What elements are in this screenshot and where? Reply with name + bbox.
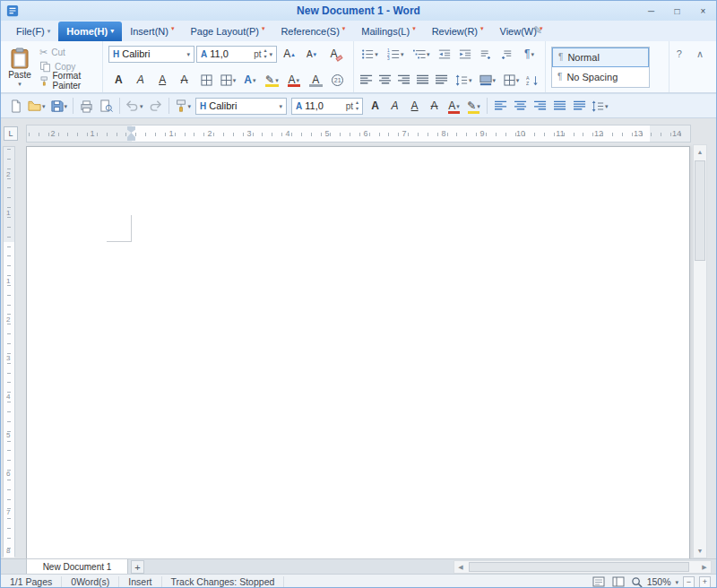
format-painter-button[interactable]: Format Painter — [39, 74, 100, 88]
decrease-indent-button[interactable] — [436, 45, 454, 63]
quick-line-spacing-button[interactable]: ▾ — [590, 96, 610, 116]
help-icon[interactable]: ? — [677, 48, 682, 92]
character-border-button[interactable] — [196, 71, 216, 89]
vertical-scrollbar[interactable]: ▲ ▼ — [693, 144, 707, 558]
print-preview-button[interactable] — [97, 96, 116, 116]
web-layout-view-button[interactable] — [611, 575, 626, 588]
print-button[interactable] — [77, 96, 96, 116]
redo-button[interactable] — [146, 96, 165, 116]
menu-tab-home[interactable]: Home(H)▾ — [58, 22, 122, 41]
sort-button[interactable] — [524, 71, 541, 89]
quick-align-center-button[interactable] — [511, 96, 530, 116]
save-button[interactable]: ▾ — [48, 96, 70, 116]
horizontal-scroll-track[interactable] — [467, 561, 698, 573]
strikethrough-button[interactable]: A — [174, 71, 194, 89]
left-indent-marker[interactable] — [127, 137, 135, 141]
font-family-combo[interactable]: H Calibri ▾ — [108, 46, 194, 63]
collapse-ribbon-icon[interactable]: ∧ — [696, 48, 704, 92]
align-center-button[interactable] — [376, 71, 393, 89]
style-normal[interactable]: ¶Normal — [552, 48, 649, 67]
menu-tab-page-layout[interactable]: Page Layout(P)▾ — [182, 21, 272, 41]
new-tab-button[interactable]: + — [131, 560, 144, 574]
menu-tab-reference[interactable]: Reference(S)▾ — [272, 21, 353, 41]
quick-highlight-button[interactable]: ✎▾ — [464, 96, 483, 116]
cut-button[interactable]: ✂Cut — [39, 46, 100, 60]
character-shading-button[interactable]: A — [306, 71, 325, 89]
zoom-level[interactable]: 150% — [647, 576, 671, 587]
vertical-ruler[interactable]: 2 1 1 2 3 4 5 6 7 8 — [3, 146, 15, 557]
quick-bold-button[interactable]: A — [366, 96, 384, 116]
distribute-button[interactable] — [434, 71, 451, 89]
zoom-out-button[interactable]: − — [683, 576, 695, 588]
justify-button[interactable] — [415, 71, 432, 89]
document-page[interactable] — [26, 146, 690, 558]
text-effects-button[interactable]: A▾ — [240, 71, 260, 89]
menu-tab-insert[interactable]: Insert(N)▾ — [122, 21, 182, 41]
horizontal-scroll-thumb[interactable] — [469, 562, 689, 572]
status-word-count[interactable]: 0Word(s) — [62, 576, 119, 588]
italic-button[interactable]: A — [130, 71, 150, 89]
quick-justify-button[interactable] — [550, 96, 569, 116]
character-grid-button[interactable]: ▾ — [218, 71, 238, 89]
new-document-button[interactable] — [6, 96, 25, 116]
font-size-stepper[interactable]: ▴▾ — [263, 48, 266, 60]
close-button[interactable]: × — [690, 1, 716, 21]
minimize-button[interactable]: ─ — [638, 1, 664, 21]
font-size-combo[interactable]: A 11,0 pt ▴▾ ▾ — [196, 46, 277, 63]
scroll-down-button[interactable]: ▼ — [694, 544, 706, 558]
chevron-down-icon[interactable]: ▾ — [675, 579, 678, 585]
borders-button[interactable]: ▾ — [500, 71, 523, 89]
status-pages[interactable]: 1/1 Pages — [1, 576, 62, 588]
left-to-right-button[interactable] — [476, 45, 495, 63]
document-tab[interactable]: New Document 1 — [26, 559, 128, 575]
bold-button[interactable]: A — [108, 71, 128, 89]
align-right-button[interactable] — [395, 71, 412, 89]
menu-tab-file[interactable]: File(F)▾ — [8, 21, 58, 41]
paste-button[interactable]: Paste ▾ — [3, 43, 37, 91]
quick-font-size-stepper[interactable]: ▴▾ — [356, 99, 358, 112]
grow-font-button[interactable]: A▴ — [279, 45, 299, 63]
scroll-up-button[interactable]: ▲ — [694, 145, 706, 159]
zoom-in-button[interactable]: + — [699, 576, 711, 588]
quick-align-left-button[interactable] — [491, 96, 510, 116]
status-track-changes[interactable]: Track Changes: Stopped — [162, 576, 285, 588]
shrink-font-button[interactable]: A▾ — [301, 45, 322, 63]
highlight-color-button[interactable]: ✎▾ — [262, 71, 281, 89]
quick-distribute-button[interactable] — [570, 96, 589, 116]
multilevel-list-button[interactable]: ▾ — [410, 45, 434, 63]
bullet-list-button[interactable]: ▾ — [358, 45, 382, 63]
tab-stop-selector[interactable]: L — [4, 126, 18, 141]
right-to-left-button[interactable] — [497, 45, 515, 63]
menu-tab-mailings[interactable]: Mailings(L)▾ — [353, 21, 423, 41]
line-spacing-button[interactable]: ▾ — [453, 71, 475, 89]
shading-button[interactable]: ▾ — [477, 71, 499, 89]
quick-italic-button[interactable]: A — [385, 96, 404, 116]
quick-underline-button[interactable]: A — [405, 96, 424, 116]
menu-tab-review[interactable]: Review(R)▾ — [424, 21, 492, 41]
open-button[interactable]: ▾ — [26, 96, 48, 116]
status-insert-mode[interactable]: Insert — [119, 576, 161, 588]
quick-font-family-combo[interactable]: H Calibri ▾ — [195, 98, 287, 115]
underline-button[interactable]: A — [152, 71, 172, 89]
font-color-button[interactable]: A▾ — [284, 71, 304, 89]
horizontal-ruler[interactable]: 2 1 1 2 3 4 5 6 7 8 9 10 11 12 13 14 — [26, 125, 691, 143]
quick-font-color-button[interactable]: A▾ — [445, 96, 463, 116]
maximize-button[interactable]: □ — [664, 1, 690, 21]
quick-strikethrough-button[interactable]: A — [425, 96, 444, 116]
style-no-spacing[interactable]: ¶No Spacing — [552, 67, 649, 87]
enclose-characters-button[interactable]: 21 — [328, 71, 348, 89]
show-marks-button[interactable]: ¶▾ — [517, 45, 541, 63]
align-left-button[interactable] — [358, 71, 375, 89]
quick-font-size-combo[interactable]: A 11,0 pt ▴▾ — [291, 98, 363, 115]
quick-align-right-button[interactable] — [531, 96, 549, 116]
pen-icon[interactable]: ✎ — [533, 24, 542, 37]
increase-indent-button[interactable] — [455, 45, 474, 63]
horizontal-scrollbar[interactable]: ◀ ▶ — [454, 560, 712, 574]
vertical-scroll-thumb[interactable] — [695, 160, 705, 261]
print-layout-view-button[interactable] — [592, 575, 607, 588]
scroll-right-button[interactable]: ▶ — [698, 564, 711, 571]
undo-button[interactable]: ▾ — [124, 96, 145, 116]
numbered-list-button[interactable]: ▾ — [384, 45, 408, 63]
format-painter-quick-button[interactable]: ▾ — [173, 96, 194, 116]
scroll-left-button[interactable]: ◀ — [454, 564, 467, 571]
